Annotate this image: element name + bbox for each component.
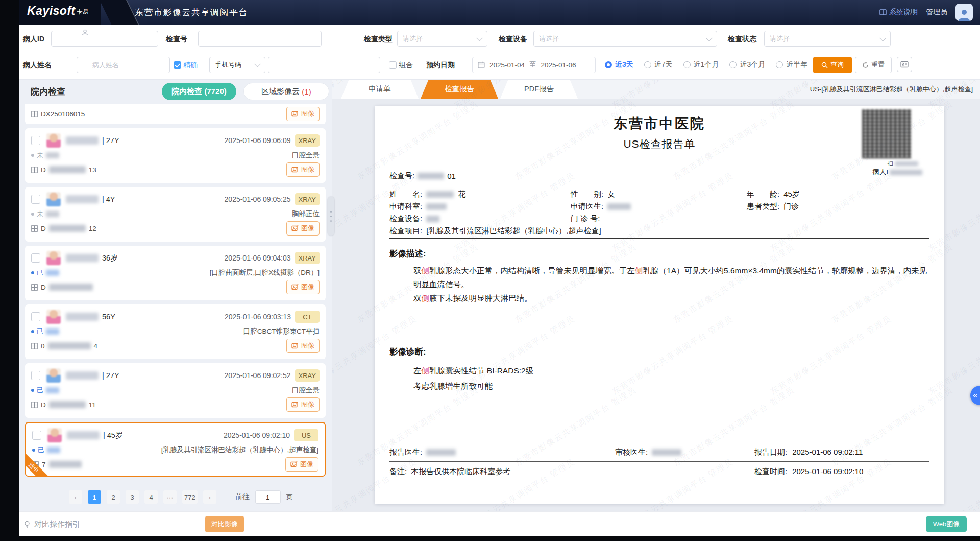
exam-card-partial[interactable]: DX250106015 图像: [25, 104, 326, 124]
description-paragraph: 双侧乳腺形态大小正常，内结构清晰，导管未见明显增宽。于左侧乳腺（1A）可见大小约…: [413, 264, 930, 291]
image-button[interactable]: 图像: [286, 339, 320, 353]
tab-申请单[interactable]: 申请单: [341, 79, 419, 99]
page-button-2[interactable]: 2: [107, 490, 120, 504]
exam-list-item[interactable]: 56Y2025-01-06 09:03:13CT已口腔CBCT锥形束CT平扫04…: [25, 304, 326, 359]
note-label: 备注:: [389, 465, 407, 478]
patient-avatar: [46, 310, 61, 324]
next-page-button[interactable]: ›: [203, 490, 216, 504]
page-button-3[interactable]: 3: [126, 490, 139, 504]
tab-PDF报告[interactable]: PDF报告: [500, 79, 578, 99]
exam-list-item[interactable]: 36岁2025-01-06 09:04:03XRAY已[口腔曲面断层,口腔X线摄…: [25, 246, 326, 300]
page-button-···[interactable]: ···: [163, 490, 177, 504]
report-paper: 东营市中医院 US检查报告单 扫 病人I 检查号: 01 姓 名:花性 别:女年…: [375, 106, 944, 504]
exam-list-item[interactable]: | 27Y2025-01-06 09:06:09XRAY未口腔全景D13图像: [25, 128, 326, 183]
page-button-1[interactable]: 1: [88, 490, 101, 504]
phone-field-select[interactable]: 手机号码: [209, 57, 265, 73]
exam-id: D: [31, 284, 93, 291]
modality-badge: CT: [295, 311, 320, 323]
qr-caption-text: 扫: [888, 160, 893, 168]
exam-no-input[interactable]: [198, 31, 322, 47]
system-help-link[interactable]: 系统说明: [879, 8, 918, 17]
prev-page-button[interactable]: ‹: [69, 490, 82, 504]
page-button-4[interactable]: 4: [144, 490, 158, 504]
patient-name-input[interactable]: [77, 57, 170, 73]
status-redacted: [46, 211, 59, 217]
radio-range-近半年[interactable]: 近半年: [776, 60, 807, 69]
qr-caption: 扫: [888, 160, 918, 168]
username-label[interactable]: 管理员: [926, 8, 947, 17]
exam-id: D13: [31, 166, 96, 174]
item-checkbox[interactable]: [31, 195, 40, 204]
chevron-down-icon: [254, 61, 261, 67]
item-checkbox[interactable]: [31, 136, 40, 145]
exam-list-item[interactable]: | 27Y2025-01-06 09:02:52XRAY已口腔全景D11图像: [25, 363, 326, 418]
radio-icon: [683, 61, 691, 68]
info-value-redacted: [426, 216, 439, 222]
patient-info-row: 检查项目:[乳腺及其引流区淋巴结彩超（乳腺中心）,超声检查]: [389, 225, 929, 237]
exam-type-select[interactable]: 请选择: [397, 31, 487, 47]
bulb-icon: [23, 520, 31, 528]
note-value: 本报告仅供本院临床科室参考: [411, 465, 510, 478]
diagnosis-line: 左侧乳腺囊实性结节 BI-RADS:2级: [413, 363, 930, 379]
radio-range-近3个月[interactable]: 近3个月: [729, 60, 765, 69]
exam-id-redacted: [49, 284, 93, 291]
compare-images-button[interactable]: 对比影像: [205, 516, 244, 532]
image-button[interactable]: 图像: [285, 457, 318, 472]
patient-age: | 27Y: [102, 371, 119, 380]
exam-status-select[interactable]: 请选择: [764, 31, 891, 47]
exam-device-select[interactable]: 请选择: [533, 31, 717, 47]
page-button-772[interactable]: 772: [182, 490, 198, 504]
exact-checkbox[interactable]: 精确: [174, 57, 198, 73]
combine-checkbox[interactable]: 组合: [389, 57, 413, 73]
exam-id-redacted: [49, 461, 82, 468]
web-image-button[interactable]: Web图像: [926, 516, 967, 532]
item-checkbox[interactable]: [32, 431, 41, 440]
radio-range-近1个月[interactable]: 近1个月: [683, 60, 719, 69]
panel-resize-handle[interactable]: [328, 197, 334, 236]
tab-region-cloud[interactable]: 区域影像云 (1): [243, 83, 329, 100]
patient-age: | 4Y: [102, 195, 115, 203]
goto-page-input[interactable]: [255, 490, 281, 504]
item-checkbox[interactable]: [31, 371, 40, 380]
image-button[interactable]: 图像: [286, 221, 320, 236]
item-checkbox[interactable]: [31, 253, 40, 263]
brand-suffix: 卡易: [77, 9, 89, 15]
exam-list-item[interactable]: | 4Y2025-01-06 09:05:25XRAY未胸部正位D12图像: [25, 187, 326, 242]
image-button[interactable]: 图像: [286, 107, 320, 121]
exam-item-row2: 已口腔CBCT锥形束CT平扫: [31, 327, 320, 336]
image-button[interactable]: 图像: [286, 280, 320, 294]
filter-bar: 病人ID 检查号 检查类型 请选择 检查设备 请选择 检查状态 请选择 病人姓名…: [19, 25, 980, 80]
patient-info-cell: 检查项目:[乳腺及其引流区淋巴结彩超（乳腺中心）,超声检查]: [389, 225, 601, 237]
tab-检查报告[interactable]: 检查报告: [421, 79, 498, 99]
reset-button[interactable]: 重置: [855, 57, 892, 73]
exam-time-label: 检查时间:: [754, 465, 787, 478]
radio-range-近3天[interactable]: 近3天: [605, 60, 633, 69]
exam-list-item[interactable]: | 45岁2025-01-06 09:02:10US已[乳腺及其引流区淋巴结彩超…: [25, 422, 326, 477]
patient-info-cell: 门 诊 号:: [571, 213, 747, 225]
user-avatar[interactable]: [955, 4, 973, 21]
radio-icon: [776, 61, 783, 68]
exam-id: DX250106015: [31, 110, 85, 118]
item-checkbox[interactable]: [31, 312, 40, 321]
tab-hospital-exams[interactable]: 院内检查 (7720): [162, 83, 236, 100]
radio-range-近7天[interactable]: 近7天: [644, 60, 673, 69]
layout-settings-button[interactable]: [897, 57, 912, 72]
exam-item-row3: D12图像: [31, 221, 320, 236]
date-range-picker[interactable]: 2025-01-04 至 2025-01-06: [472, 57, 596, 73]
search-button[interactable]: 查询: [813, 57, 852, 73]
exam-status-label: 检查状态: [728, 31, 756, 47]
patient-id-input[interactable]: [51, 31, 158, 47]
exam-id-redacted: [49, 166, 86, 173]
status-redacted: [46, 387, 59, 393]
image-button[interactable]: 图像: [286, 397, 320, 412]
patient-info-cell: 患者类型:门诊: [747, 200, 929, 213]
compare-guide[interactable]: 对比操作指引: [23, 512, 80, 536]
phone-field-label: 手机号码: [215, 60, 255, 69]
info-label: 申请医生:: [571, 200, 603, 213]
patient-avatar: [46, 368, 61, 383]
search-icon: [821, 62, 828, 68]
patient-id-label: 病人ID: [23, 31, 44, 47]
diagnosis-body: 左侧乳腺囊实性结节 BI-RADS:2级考虑乳腺增生所致可能: [413, 363, 930, 394]
phone-input[interactable]: [268, 57, 380, 73]
image-button[interactable]: 图像: [286, 162, 320, 177]
